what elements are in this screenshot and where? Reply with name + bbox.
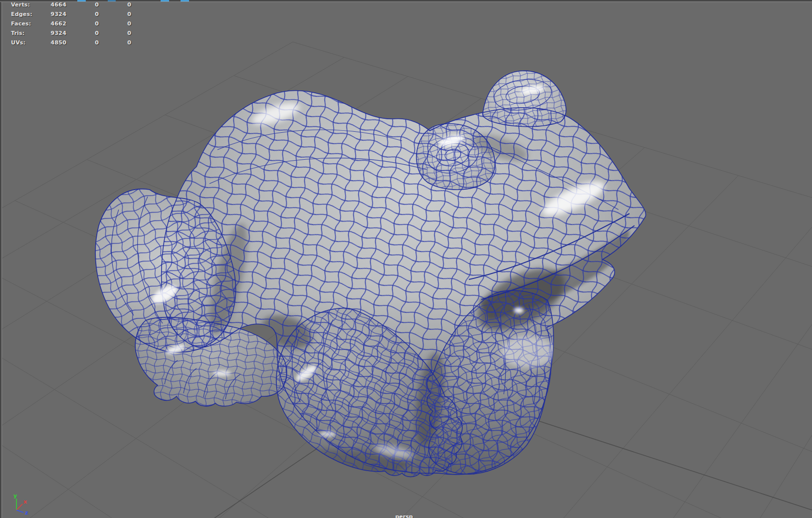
hud-tris-col3: 0: [116, 30, 131, 36]
hud-verts-col3: 0: [116, 1, 131, 8]
hud-verts-total: 4664: [36, 1, 66, 8]
viewport-left-border-highlight: [1, 2, 2, 518]
viewport-3d[interactable]: [0, 0, 812, 518]
hud-tris-col2: 0: [84, 30, 99, 36]
hud-uvs-col2: 0: [84, 39, 99, 46]
cropped-toolbar-icon[interactable]: [108, 0, 116, 1]
hud-faces-total: 4662: [36, 20, 66, 27]
hud-edges-col2: 0: [84, 11, 99, 17]
cropped-toolbar-icon[interactable]: [181, 0, 189, 1]
hud-uvs-col3: 0: [116, 39, 131, 46]
hud-faces-col2: 0: [84, 20, 99, 27]
hud-edges-total: 9324: [36, 11, 66, 17]
hud-edges-col3: 0: [116, 11, 131, 17]
view-axis-gizmo[interactable]: y x z: [7, 491, 37, 518]
y-axis-label: y: [13, 493, 17, 499]
x-axis-line: [16, 504, 22, 510]
hud-uvs-total: 4850: [36, 39, 66, 46]
z-axis-label: z: [25, 510, 28, 516]
hud-tris-total: 9324: [36, 30, 66, 36]
hud-verts-col2: 0: [84, 1, 99, 8]
hud-faces-col3: 0: [116, 20, 131, 27]
x-axis-label: x: [23, 499, 27, 505]
cropped-toolbar-icon[interactable]: [161, 0, 169, 1]
camera-name-label: persp: [379, 514, 429, 518]
z-axis-line: [16, 510, 23, 513]
maya-viewport-window: Verts: 4664 0 0 Edges: 9324 0 0 Faces: 4…: [0, 0, 812, 518]
